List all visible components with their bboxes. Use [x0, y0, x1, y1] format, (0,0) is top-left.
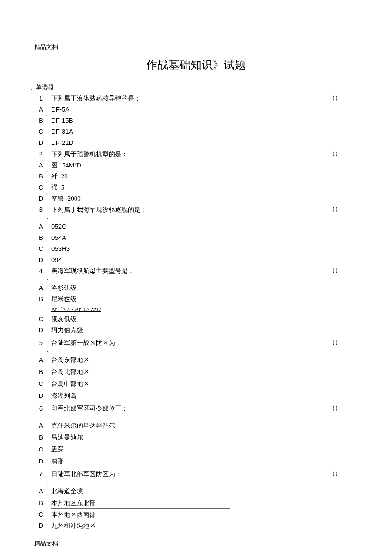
- question-text: 下列属于我海军现役驱逐舰的是：: [51, 204, 358, 215]
- option-label: D: [34, 193, 51, 204]
- question-text: 台陆军第一战区防区为：: [51, 338, 358, 348]
- stray-text: Ar（> > - Ar（> Zzr7: [51, 305, 358, 314]
- option-row: D 浦那: [34, 456, 358, 466]
- option-row: B 歼 -20 、: [34, 171, 358, 181]
- punct-mark: .: [47, 478, 358, 485]
- option-row: C 台岛中部地区: [34, 379, 358, 389]
- option-row: A DF-5A 、: [34, 104, 358, 115]
- option-label: A: [34, 283, 51, 293]
- punct-mark: .: [47, 275, 358, 282]
- option-row: A 台岛东部地区: [34, 355, 358, 365]
- question-number: 4: [34, 266, 51, 276]
- option-row: D 九州和冲绳地区: [34, 520, 358, 531]
- option-row: C 俄亥俄级: [34, 314, 358, 324]
- option-row: C DF-31A 、: [34, 127, 358, 137]
- question-row: 3 下列属于我海军现役驱逐舰的是： （）: [34, 204, 358, 215]
- option-text: 052C: [51, 221, 358, 232]
- option-text: 本州地区西南部: [51, 509, 358, 520]
- divider: [51, 148, 230, 148]
- option-text: DF-5A: [51, 104, 358, 115]
- option-text: 阿力伯克级: [51, 325, 358, 335]
- option-row: A 图 154M/D 、: [34, 160, 358, 170]
- option-label: A: [34, 355, 51, 365]
- option-label: C: [34, 509, 51, 520]
- option-row: D 空警 -2000: [34, 193, 358, 204]
- option-text: 台岛北部地区: [51, 367, 358, 377]
- option-label: A: [34, 420, 51, 431]
- question-number: 5: [34, 338, 51, 348]
- option-label: D: [34, 391, 51, 401]
- option-row: A 北海道全境: [34, 486, 358, 496]
- question-text: 印军北部军区司令部位于：: [51, 403, 358, 414]
- option-label: C: [34, 444, 51, 454]
- answer-placeholder: （）: [329, 266, 341, 275]
- option-row: D 澎湖列岛: [34, 391, 358, 401]
- question-row: 2 下列属于预警机机型的是： （）: [34, 149, 358, 159]
- option-row: B 台岛北部地区: [34, 367, 358, 377]
- option-text: 孟买: [51, 444, 358, 454]
- section-label: 、单选题: [30, 83, 358, 92]
- question-number: 2: [34, 149, 51, 159]
- option-row: B 昌迪曼迪尔: [34, 432, 358, 443]
- option-text: 九州和冲绳地区: [51, 520, 358, 531]
- question-number: 6: [34, 403, 51, 414]
- option-row: A 克什米尔的乌达姆普尔: [34, 420, 358, 431]
- footer-watermark: 精品文档: [34, 539, 358, 549]
- option-text: 053H3: [51, 244, 358, 254]
- question-text: 美海军现役航母主要型号是：: [51, 266, 358, 276]
- option-text: DF-21D: [51, 138, 358, 148]
- option-text: DF-31A: [51, 127, 358, 137]
- answer-placeholder: （）: [329, 93, 341, 103]
- option-text: 尼米兹级: [51, 294, 358, 304]
- option-row: D 094: [34, 255, 358, 265]
- option-text: 俄亥俄级: [51, 314, 358, 324]
- header-watermark: 精品文档: [34, 43, 358, 52]
- option-row: B 054A 、: [34, 233, 358, 243]
- question-row: 7 日陆军北部军区防区为： （）: [34, 469, 358, 479]
- question-number: 7: [34, 469, 51, 479]
- answer-placeholder: （）: [329, 149, 341, 158]
- option-label: D: [34, 520, 51, 531]
- punct-mark: .: [47, 347, 358, 354]
- punct-mark: 、: [46, 301, 50, 308]
- option-text: 台岛东部地区: [51, 355, 358, 365]
- question-number: 3: [34, 204, 51, 215]
- option-text: 094: [51, 255, 358, 265]
- question-text: 下列属于液体装药核导弹的是：: [51, 93, 358, 104]
- option-text: 空警 -2000: [51, 193, 358, 204]
- question-row: 4 美海军现役航母主要型号是： （）: [34, 266, 358, 276]
- option-row: C 孟买: [34, 444, 358, 454]
- answer-placeholder: （）: [329, 403, 341, 413]
- option-row: C 本州地区西南部: [34, 509, 358, 520]
- answer-placeholder: （）: [329, 204, 341, 214]
- option-text: 洛杉矶级: [51, 283, 358, 293]
- option-text: 歼 -20: [51, 171, 358, 181]
- punct-mark: .: [47, 214, 358, 221]
- option-text: 台岛中部地区: [51, 379, 358, 389]
- option-row: A 052C 、: [34, 221, 358, 232]
- question-row: 1 下列属于液体装药核导弹的是： （）: [34, 93, 358, 104]
- question-number: 1: [34, 93, 51, 104]
- option-text: 北海道全境: [51, 486, 358, 496]
- option-text: 本州地区东北部: [51, 498, 358, 508]
- divider: [51, 92, 230, 92]
- option-text: 昌迪曼迪尔: [51, 432, 358, 443]
- option-label: B: [34, 367, 51, 377]
- option-row: B 本州地区东北部 、: [34, 498, 358, 508]
- option-text: 浦那: [51, 456, 358, 466]
- question-text: 日陆军北部军区防区为：: [51, 469, 358, 479]
- answer-placeholder: （）: [329, 469, 341, 478]
- punct-mark: .: [47, 413, 358, 420]
- option-row: D 阿力伯克级: [34, 325, 358, 335]
- option-label: D: [34, 325, 51, 335]
- option-label: B: [34, 432, 51, 443]
- option-text: 澎湖列岛: [51, 391, 358, 401]
- option-row: D DF-21D 、: [34, 138, 358, 148]
- option-row: C 053H3 、: [34, 244, 358, 254]
- option-label: D: [34, 255, 51, 265]
- option-row: A 洛杉矶级: [34, 283, 358, 293]
- option-text: DF-15B: [51, 115, 358, 126]
- option-row: B 尼米兹级 、: [34, 294, 358, 304]
- document-title: 作战基础知识》试题: [34, 56, 358, 74]
- option-label: C: [34, 314, 51, 324]
